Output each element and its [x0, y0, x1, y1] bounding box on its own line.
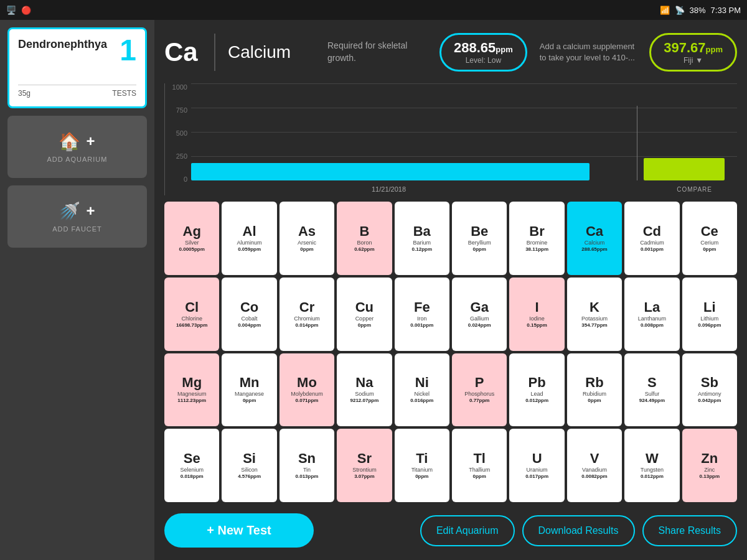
- element-cell-i[interactable]: I Iodine 0.15ppm: [509, 278, 564, 351]
- cell-name-mo: Molybdenum: [291, 391, 323, 397]
- chart-area: 1000 750 500 250 0 11/21/2018 COMPARE: [164, 83, 737, 195]
- element-cell-zn[interactable]: Zn Zinc 0.13ppm: [682, 429, 737, 502]
- cell-name-se: Selenium: [180, 467, 204, 473]
- element-cell-sr[interactable]: Sr Strontium 3.07ppm: [337, 429, 392, 502]
- element-cell-b[interactable]: B Boron 0.62ppm: [337, 202, 392, 275]
- element-cell-cr[interactable]: Cr Chromium 0.014ppm: [280, 278, 334, 351]
- element-cell-v[interactable]: V Vanadium 0.0082ppm: [567, 429, 622, 502]
- cell-name-ce: Cerium: [700, 240, 718, 246]
- cell-value-mn: 0ppm: [243, 398, 256, 403]
- cell-symbol-ca: Ca: [586, 225, 603, 238]
- element-cell-co[interactable]: Co Cobalt 0.004ppm: [222, 278, 276, 351]
- cell-symbol-w: W: [646, 452, 659, 465]
- element-cell-be[interactable]: Be Beryllium 0ppm: [452, 202, 507, 275]
- cell-name-mn: Manganese: [235, 391, 264, 397]
- element-cell-fe[interactable]: Fe Iron 0.001ppm: [395, 278, 449, 351]
- element-cell-al[interactable]: Al Aluminum 0.059ppm: [222, 202, 276, 275]
- tank-name: Dendronephthya: [18, 38, 136, 51]
- gridline-500: [191, 132, 737, 133]
- cell-symbol-mo: Mo: [297, 376, 317, 390]
- element-cell-la[interactable]: La Lanthanum 0.008ppm: [624, 278, 679, 351]
- cell-value-ce: 0ppm: [703, 246, 716, 252]
- compare-reading[interactable]: 397.67ppm Fiji ▼: [649, 33, 737, 72]
- element-cell-br[interactable]: Br Bromine 38.11ppm: [509, 202, 564, 275]
- add-aquarium-button[interactable]: 🏠 + ADD AQUARIUM: [7, 116, 147, 178]
- cell-name-tl: Thallium: [469, 467, 490, 473]
- cell-value-be: 0ppm: [473, 246, 486, 252]
- cell-name-k: Potassium: [581, 315, 608, 322]
- element-cell-na[interactable]: Na Sodium 9212.07ppm: [337, 353, 392, 427]
- element-cell-rb[interactable]: Rb Rubidium 0ppm: [567, 353, 622, 427]
- new-test-button[interactable]: + New Test: [164, 513, 314, 548]
- cell-name-w: Tungsten: [641, 467, 664, 473]
- add-faucet-button[interactable]: 🚿 + ADD FAUCET: [7, 185, 147, 248]
- element-cell-cu[interactable]: Cu Copper 0ppm: [337, 278, 392, 351]
- element-cell-ga[interactable]: Ga Gallium 0.024ppm: [452, 278, 507, 351]
- cell-name-v: Vanadium: [582, 467, 607, 473]
- cell-value-cr: 0.014ppm: [296, 322, 319, 328]
- element-cell-li[interactable]: Li Lithium 0.096ppm: [682, 278, 737, 351]
- element-cell-u[interactable]: U Uranium 0.017ppm: [509, 429, 564, 502]
- element-cell-k[interactable]: K Potassium 354.77ppm: [567, 278, 622, 351]
- cell-value-se: 0.018ppm: [181, 474, 204, 479]
- add-aquarium-label: ADD AQUARIUM: [47, 156, 108, 163]
- edit-aquarium-button[interactable]: Edit Aquarium: [420, 515, 515, 546]
- cell-name-i: Iodine: [529, 315, 545, 322]
- aquarium-card[interactable]: 1 Dendronephthya 35g TESTS: [7, 27, 147, 108]
- element-cell-mg[interactable]: Mg Magnesium 1112.23ppm: [164, 353, 219, 427]
- cell-name-ca: Calcium: [585, 240, 605, 246]
- element-cell-tl[interactable]: Tl Thallium 0ppm: [452, 429, 507, 502]
- chart-y-labels: 1000 750 500 250 0: [165, 83, 190, 183]
- cell-name-co: Cobalt: [242, 315, 258, 322]
- element-cell-ti[interactable]: Ti Titanium 0ppm: [395, 429, 449, 502]
- cell-symbol-ce: Ce: [701, 225, 718, 238]
- bar-current: [191, 163, 590, 180]
- cell-value-na: 9212.07ppm: [350, 398, 378, 403]
- element-cell-sn[interactable]: Sn Tin 0.013ppm: [280, 429, 334, 502]
- element-cell-as[interactable]: As Arsenic 0ppm: [280, 202, 334, 275]
- cell-name-br: Bromine: [527, 240, 548, 246]
- cell-name-sb: Antimony: [698, 391, 721, 397]
- add-faucet-plus-icon: +: [86, 202, 95, 220]
- cell-symbol-pb: Pb: [529, 376, 546, 390]
- cell-value-fe: 0.001ppm: [410, 322, 433, 328]
- cell-value-ti: 0ppm: [415, 474, 428, 479]
- cell-value-v: 0.0082ppm: [581, 474, 607, 479]
- element-cell-pb[interactable]: Pb Lead 0.012ppm: [509, 353, 564, 427]
- cell-value-si: 4.576ppm: [238, 474, 261, 479]
- cell-name-na: Sodium: [355, 391, 374, 397]
- cell-value-as: 0ppm: [300, 246, 313, 252]
- cell-symbol-la: La: [644, 301, 660, 314]
- current-reading: 288.65ppm Level: Low: [439, 33, 527, 72]
- cell-value-b: 0.62ppm: [354, 246, 374, 252]
- element-cell-ce[interactable]: Ce Cerium 0ppm: [682, 202, 737, 275]
- cell-symbol-s: S: [647, 376, 657, 390]
- element-cell-mo[interactable]: Mo Molybdenum 0.071ppm: [280, 353, 334, 427]
- cell-symbol-fe: Fe: [414, 301, 430, 314]
- cell-value-ni: 0.016ppm: [410, 398, 433, 403]
- add-aquarium-plus-icon: +: [86, 133, 95, 150]
- cell-value-li: 0.096ppm: [698, 322, 721, 328]
- element-cell-mn[interactable]: Mn Manganese 0ppm: [222, 353, 276, 427]
- element-cell-w[interactable]: W Tungsten 0.012ppm: [624, 429, 679, 502]
- element-cell-cl[interactable]: Cl Chlorine 16698.73ppm: [164, 278, 219, 351]
- element-cell-p[interactable]: P Phosphorus 0.77ppm: [452, 353, 507, 427]
- element-cell-cd[interactable]: Cd Cadmium 0.001ppm: [624, 202, 679, 275]
- element-header: Ca Calcium Required for skeletal growth.…: [164, 27, 737, 77]
- tank-number: 1: [120, 35, 136, 65]
- element-cell-ba[interactable]: Ba Barium 0.12ppm: [395, 202, 449, 275]
- element-description: Required for skeletal growth.: [327, 40, 427, 64]
- element-cell-s[interactable]: S Sulfur 924.49ppm: [624, 353, 679, 427]
- element-cell-ag[interactable]: Ag Silver 0.0005ppm: [164, 202, 219, 275]
- cell-symbol-si: Si: [243, 452, 256, 465]
- signal-icon: 📡: [675, 6, 685, 15]
- cell-symbol-ga: Ga: [471, 301, 489, 314]
- cell-value-i: 0.15ppm: [527, 322, 547, 328]
- download-results-button[interactable]: Download Results: [522, 515, 635, 546]
- element-cell-sb[interactable]: Sb Antimony 0.042ppm: [682, 353, 737, 427]
- element-cell-se[interactable]: Se Selenium 0.018ppm: [164, 429, 219, 502]
- share-results-button[interactable]: Share Results: [642, 515, 738, 546]
- element-cell-ni[interactable]: Ni Nickel 0.016ppm: [395, 353, 449, 427]
- element-cell-ca[interactable]: Ca Calcium 288.65ppm: [567, 202, 622, 275]
- element-cell-si[interactable]: Si Silicon 4.576ppm: [222, 429, 276, 502]
